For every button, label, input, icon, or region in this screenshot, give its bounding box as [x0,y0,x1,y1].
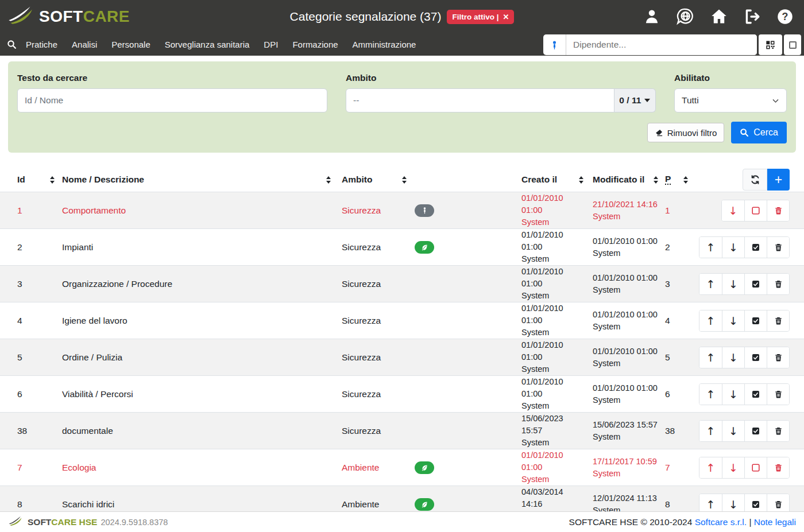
delete-button[interactable] [767,200,789,221]
enabled-checkbox-button[interactable] [744,200,767,221]
move-up-button[interactable]: ↑ [699,384,722,405]
nav-item-dpi[interactable]: DPI [264,40,278,49]
sort-icon[interactable] [579,176,583,184]
row-name-link[interactable]: Scarichi idrici [62,499,114,509]
row-ambito: Sicurezza [342,426,381,436]
move-up-button[interactable]: ↑ [699,457,722,478]
row-name-link[interactable]: Viabilità / Percorsi [62,389,133,399]
logout-icon[interactable] [743,7,762,26]
move-down-button[interactable]: ↓ [722,200,744,221]
move-down-button[interactable]: ↓ [722,421,744,441]
row-modified: 21/10/2021 14:16 [593,199,658,211]
filter-active-badge[interactable]: Filtro attivo | ✕ [447,10,514,24]
help-icon[interactable]: ? [776,8,794,25]
delete-button[interactable] [767,384,789,405]
arrow-up-icon: ↑ [706,461,716,474]
fullscreen-button[interactable] [784,34,801,55]
arrow-up-icon: ↑ [706,498,716,511]
delete-button[interactable] [767,310,789,331]
language-icon[interactable] [675,7,695,26]
move-up-button[interactable]: ↑ [699,237,722,258]
row-p: 6 [665,389,670,399]
move-down-button[interactable]: ↓ [722,347,744,368]
clear-filter-icon[interactable]: ✕ [502,13,509,21]
delete-button[interactable] [767,421,789,441]
move-down-button[interactable]: ↓ [722,310,744,331]
row-created-by: System [521,363,583,375]
leaf-badge [415,498,434,511]
nav-item-amministrazione[interactable]: Amministrazione [353,40,416,49]
nav-item-personale[interactable]: Personale [111,40,150,49]
sort-icon[interactable] [326,176,331,184]
row-ambito: Sicurezza [342,316,381,325]
enabled-checkbox-button[interactable] [744,384,767,405]
user-profile-icon[interactable] [643,8,660,25]
enabled-checkbox-button[interactable] [744,457,767,478]
row-name-link[interactable]: Igiene del lavoro [62,316,127,325]
ambito-count-dropdown[interactable]: 0 / 11 [614,88,656,112]
footer-brand: SOFTCARE HSE [28,517,97,527]
sort-icon[interactable] [654,176,658,184]
move-down-button[interactable]: ↓ [722,384,744,405]
ambito-input[interactable] [346,88,614,112]
page-title: Categorie segnalazione (37) [290,10,442,24]
trash-icon [774,353,783,362]
enabled-checkbox-button[interactable] [744,274,767,294]
enabled-checkbox-button[interactable] [744,310,767,331]
arrow-down-icon: ↓ [729,461,738,474]
row-id: 1 [17,205,22,215]
move-up-button[interactable]: ↑ [699,421,722,441]
nav-item-formazione[interactable]: Formazione [292,40,338,49]
refresh-button[interactable] [743,169,767,191]
sort-icon[interactable] [683,176,688,184]
nav-item-sorveglianza-sanitaria[interactable]: Sorveglianza sanitaria [165,40,250,49]
delete-button[interactable] [767,347,789,368]
row-created: 01/01/2010 01:00 [521,229,583,253]
enabled-checkbox-button[interactable] [744,347,767,368]
move-up-button[interactable]: ↑ [699,347,722,368]
legal-notes-link[interactable]: Note legali [754,517,796,527]
enabled-checkbox-button[interactable] [744,421,767,441]
row-name-link[interactable]: Impianti [62,242,93,252]
move-up-button[interactable]: ↑ [699,310,722,331]
nav-item-analisi[interactable]: Analisi [72,40,97,49]
arrow-down-icon: ↓ [729,204,738,217]
row-p: 8 [665,499,670,509]
employee-search-input[interactable] [566,34,757,55]
enabled-checkbox-button[interactable] [744,237,767,258]
row-name-link[interactable]: Organizzazione / Procedure [62,279,172,289]
checkbox-checked-icon [751,316,760,325]
move-down-button[interactable]: ↓ [722,274,744,294]
employee-person-icon[interactable] [543,34,566,55]
delete-button[interactable] [767,274,789,294]
sort-icon[interactable] [50,176,55,184]
search-icon[interactable] [7,40,17,49]
text-search-input[interactable] [17,88,327,112]
app-version: 2024.9.5918.8378 [100,518,168,527]
qr-code-button[interactable] [759,34,782,55]
nav-item-pratiche[interactable]: Pratiche [26,40,57,49]
row-name-link[interactable]: documentale [62,426,113,436]
row-created: 01/01/2010 01:00 [521,376,583,400]
company-link[interactable]: Softcare s.r.l. [695,517,747,527]
delete-button[interactable] [767,457,789,478]
delete-button[interactable] [767,237,789,258]
move-up-button[interactable]: ↑ [699,274,722,294]
row-modified: 01/01/2010 01:00 [593,309,658,321]
abilitato-select[interactable]: Tutti [674,88,787,112]
row-name-link[interactable]: Ecologia [62,463,96,472]
remove-filter-button[interactable]: Rimuovi filtro [647,123,725,142]
search-button[interactable]: Cerca [731,122,787,143]
trash-icon [774,243,783,252]
move-down-button[interactable]: ↓ [722,237,744,258]
home-icon[interactable] [710,7,728,26]
row-id: 2 [17,242,22,252]
leaf-icon [420,464,428,472]
row-name-link[interactable]: Comportamento [62,205,126,215]
col-header-name: Nome / Descrizione [62,174,144,185]
sort-icon[interactable] [402,176,407,184]
add-category-button[interactable]: + [767,169,790,191]
arrow-up-icon: ↑ [706,278,716,290]
row-name-link[interactable]: Ordine / Pulizia [62,352,122,362]
move-down-button[interactable]: ↓ [722,457,744,478]
